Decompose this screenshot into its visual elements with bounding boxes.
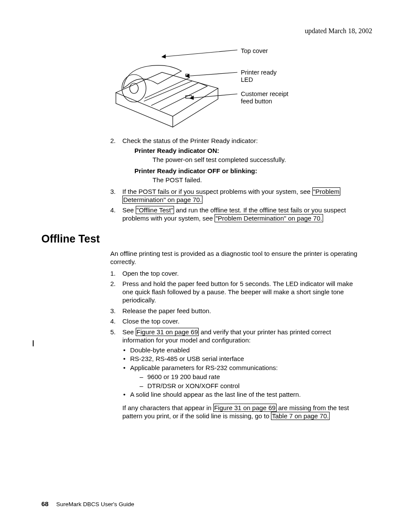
indicator-off-text: The POST failed. xyxy=(153,176,364,184)
link-problem-determination-b[interactable]: Determination" on page 70. xyxy=(122,196,202,204)
offline-step-2: Press and hold the paper feed button for… xyxy=(122,280,353,304)
bullet-double-byte: Double-byte enabled xyxy=(122,346,364,355)
link-figure-31-b[interactable]: Figure 31 on page 69 xyxy=(213,404,277,412)
offline-step-4: Close the top cover. xyxy=(122,317,180,325)
offline-marker-1: 1. xyxy=(110,270,116,278)
offline-marker-5: 5. xyxy=(110,328,116,336)
callout-feed-button: Customer receipt feed button xyxy=(241,90,288,105)
indicator-on-heading: Printer Ready indicator ON: xyxy=(134,147,364,155)
link-problem-determination-c[interactable]: "Problem Determination" on page 70. xyxy=(215,214,323,222)
svg-line-7 xyxy=(186,72,237,76)
svg-marker-6 xyxy=(162,55,165,58)
page-footer: 68 SureMark DBCS User's Guide xyxy=(41,500,134,508)
dash-baud: 9600 or 19 200 baud rate xyxy=(138,373,364,381)
revision-bar xyxy=(33,340,34,346)
step-marker-3: 3. xyxy=(110,188,116,196)
bullet-solid-line: A solid line should appear as the last l… xyxy=(122,391,364,399)
bullet-serial-interface: RS-232, RS-485 or USB serial interface xyxy=(122,355,364,363)
step-3-text-a: If the POST fails or if you suspect prob… xyxy=(122,188,312,195)
offline-steps-list: 1. Open the top cover. 2. Press and hold… xyxy=(110,270,364,420)
offline-marker-3: 3. xyxy=(110,307,116,315)
step-4-text-a: See xyxy=(122,206,136,214)
offline-marker-4: 4. xyxy=(110,317,116,326)
link-table-7[interactable]: Table 7 on page 70. xyxy=(271,412,330,420)
footer-title: SureMark DBCS User's Guide xyxy=(56,501,134,507)
dash-control: DTR/DSR or XON/XOFF control xyxy=(138,382,364,390)
offline-intro: An offline printing test is provided as … xyxy=(110,250,364,266)
indicator-off-heading: Printer Ready indicator OFF or blinking: xyxy=(134,167,364,175)
callout-printer-ready-led: Printer ready LED xyxy=(241,69,277,83)
step-marker-2: 2. xyxy=(110,137,116,145)
bullet-rs232-params: Applicable parameters for RS-232 communi… xyxy=(130,364,278,371)
page-number: 68 xyxy=(41,500,49,507)
updated-date: updated March 18, 2002 xyxy=(41,27,372,35)
indicator-on-text: The power-on self test completed success… xyxy=(153,156,364,164)
step-marker-4: 4. xyxy=(110,206,116,215)
svg-line-9 xyxy=(190,94,237,98)
offline-step-1: Open the top cover. xyxy=(122,270,179,277)
printer-diagram: Top cover Printer ready LED Customer rec… xyxy=(110,47,326,129)
offline-step-3: Release the paper feed button. xyxy=(122,307,211,314)
svg-line-4 xyxy=(144,81,192,101)
post-steps-list: 2. Check the status of the Printer Ready… xyxy=(110,137,364,223)
closing-text-a: If any characters that appear in xyxy=(122,404,213,411)
link-figure-31-a[interactable]: Figure 31 on page 69 xyxy=(136,328,199,336)
step-2-text: Check the status of the Printer Ready in… xyxy=(122,137,258,144)
link-problem-determination-a[interactable]: "Problem xyxy=(312,187,340,196)
svg-line-5 xyxy=(162,50,237,57)
offline-step-5a: See xyxy=(122,328,136,336)
offline-marker-2: 2. xyxy=(110,280,116,288)
callout-top-cover: Top cover xyxy=(241,47,268,55)
heading-offline-test: Offline Test xyxy=(41,232,364,246)
printer-line-art xyxy=(110,47,240,129)
link-offline-test[interactable]: "Offline Test" xyxy=(136,206,174,214)
